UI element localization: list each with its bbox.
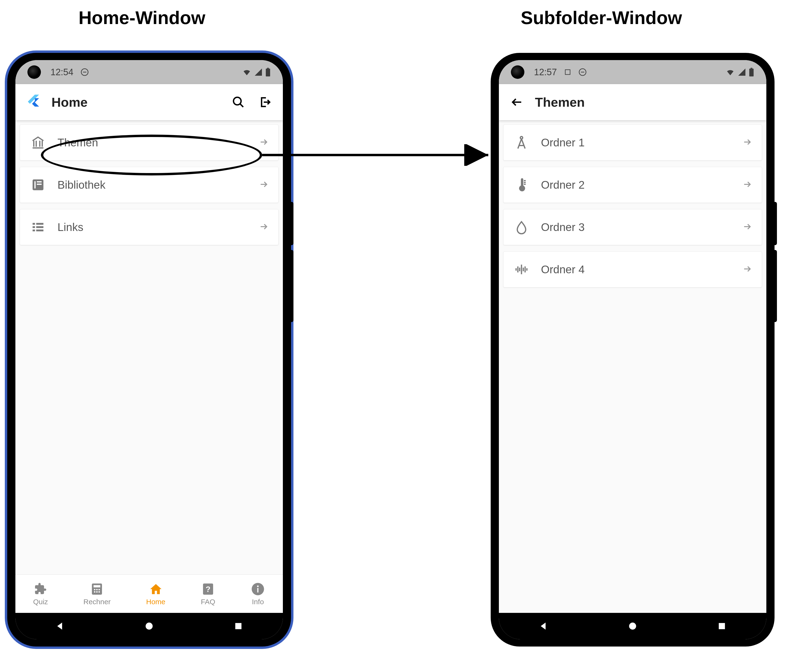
- nav-label: Info: [252, 598, 264, 606]
- list-item-bibliothek[interactable]: Bibliothek: [20, 167, 279, 203]
- signal-icon: [254, 68, 263, 76]
- screenshot-icon: [564, 68, 571, 76]
- svg-point-20: [96, 591, 98, 593]
- svg-rect-1: [266, 69, 270, 76]
- home-icon: [149, 582, 163, 596]
- chevron-right-icon: [259, 180, 269, 190]
- screen-subfolder: 12:57: [499, 60, 766, 639]
- screen-home: 12:54 Home: [15, 60, 283, 639]
- chevron-right-icon: [259, 137, 269, 148]
- volume-button: [290, 250, 294, 322]
- svg-point-3: [234, 97, 241, 105]
- svg-point-17: [96, 589, 98, 590]
- svg-rect-10: [33, 226, 35, 228]
- flutter-logo-icon: [25, 93, 42, 111]
- svg-rect-31: [749, 69, 754, 76]
- question-icon: ?: [201, 582, 215, 596]
- annotation-arrow: [262, 144, 495, 166]
- volume-button: [774, 250, 777, 322]
- wifi-icon: [242, 67, 252, 77]
- nav-home[interactable]: Home: [146, 582, 165, 606]
- nav-info[interactable]: Info: [251, 582, 265, 606]
- android-back-icon[interactable]: [538, 621, 549, 631]
- android-home-icon[interactable]: [144, 621, 154, 631]
- list-item-label: Ordner 3: [541, 221, 731, 233]
- back-icon[interactable]: [508, 94, 525, 111]
- svg-rect-8: [33, 223, 35, 225]
- svg-rect-12: [33, 230, 35, 232]
- list-icon: [30, 219, 46, 235]
- svg-point-19: [94, 591, 95, 593]
- logout-icon[interactable]: [256, 94, 273, 111]
- wifi-icon: [726, 67, 735, 77]
- do-not-disturb-icon: [81, 68, 89, 76]
- calculator-icon: [90, 582, 104, 596]
- chevron-right-icon: [259, 222, 269, 232]
- battery-icon: [265, 68, 271, 76]
- svg-point-33: [520, 137, 523, 139]
- list-item-label: Ordner 1: [541, 136, 731, 149]
- android-recent-icon[interactable]: [717, 621, 727, 631]
- nav-quiz[interactable]: Quiz: [33, 582, 48, 606]
- svg-rect-13: [37, 230, 43, 232]
- appbar: Themen: [499, 84, 766, 120]
- svg-point-16: [94, 589, 95, 590]
- svg-point-27: [146, 622, 153, 629]
- list-item-ordner-4[interactable]: Ordner 4: [503, 252, 762, 288]
- svg-point-34: [521, 187, 524, 190]
- svg-point-35: [629, 622, 636, 629]
- chevron-right-icon: [742, 222, 752, 232]
- thermometer-icon: [513, 176, 530, 193]
- soundwave-icon: [513, 261, 530, 278]
- heading-home-window: Home-Window: [70, 7, 214, 28]
- appbar-title: Themen: [535, 95, 757, 109]
- museum-icon: [30, 134, 46, 151]
- list-item-ordner-1[interactable]: Ordner 1: [503, 124, 762, 161]
- signal-icon: [737, 68, 746, 76]
- svg-rect-36: [719, 623, 725, 629]
- android-back-icon[interactable]: [55, 621, 65, 631]
- svg-rect-25: [257, 588, 259, 593]
- svg-text:?: ?: [206, 584, 211, 593]
- power-button: [290, 202, 294, 245]
- android-system-nav: [499, 613, 766, 639]
- android-home-icon[interactable]: [627, 621, 638, 631]
- statusbar: 12:57: [499, 60, 766, 84]
- svg-rect-28: [235, 623, 241, 629]
- android-recent-icon[interactable]: [233, 621, 244, 631]
- list-item-ordner-3[interactable]: Ordner 3: [503, 209, 762, 245]
- svg-point-21: [99, 591, 100, 593]
- list-item-themen[interactable]: Themen: [20, 124, 279, 161]
- nav-label: Rechner: [83, 598, 111, 606]
- svg-rect-11: [37, 226, 43, 228]
- phone-frame-subfolder: 12:57: [491, 53, 774, 647]
- android-system-nav: [15, 613, 283, 639]
- list-item-label: Themen: [58, 136, 248, 149]
- nav-faq[interactable]: ? FAQ: [201, 582, 215, 606]
- svg-point-18: [99, 589, 100, 590]
- svg-rect-2: [267, 68, 269, 69]
- power-button: [774, 202, 777, 245]
- nav-label: FAQ: [201, 598, 215, 606]
- droplet-icon: [513, 219, 530, 235]
- list-item-links[interactable]: Links: [20, 209, 279, 245]
- svg-rect-9: [37, 223, 43, 225]
- subfolder-list: Ordner 1 Ordner 2 Ordner 3: [499, 120, 766, 371]
- nav-rechner[interactable]: Rechner: [83, 582, 111, 606]
- svg-rect-15: [93, 585, 100, 587]
- statusbar: 12:54: [15, 60, 283, 84]
- book-icon: [30, 176, 46, 193]
- svg-rect-5: [35, 181, 36, 189]
- camera-punchhole: [27, 65, 41, 79]
- home-list: Themen Bibliothek Links: [15, 120, 283, 574]
- list-item-label: Ordner 2: [541, 178, 731, 191]
- battery-icon: [749, 68, 754, 76]
- list-item-label: Links: [58, 221, 248, 233]
- list-item-ordner-2[interactable]: Ordner 2: [503, 167, 762, 203]
- bottom-nav: Quiz Rechner Home ? FAQ: [15, 574, 283, 613]
- nav-label: Home: [146, 598, 165, 606]
- list-item-label: Bibliothek: [58, 178, 248, 191]
- svg-rect-29: [565, 70, 570, 74]
- list-item-label: Ordner 4: [541, 263, 731, 276]
- search-icon[interactable]: [230, 94, 247, 111]
